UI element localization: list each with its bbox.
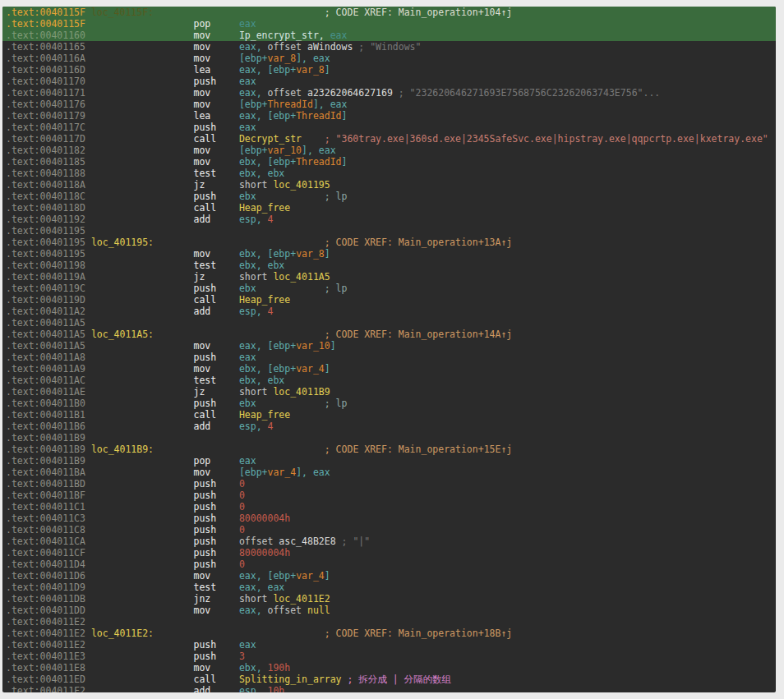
address: .text:0040116A — [6, 53, 193, 64]
asm-line[interactable]: .text:0040118C push ebx ; lp — [6, 191, 776, 202]
address: .text:0040115F — [6, 7, 85, 18]
address: .text:0040119C — [6, 283, 193, 294]
register-operand: ] — [325, 363, 330, 375]
address: .text:004011DD — [6, 605, 193, 616]
asm-line[interactable]: .text:004011A8 push eax — [6, 352, 776, 363]
asm-line[interactable]: .text:00401165 mov eax, offset aWindows … — [6, 41, 776, 53]
asm-line[interactable]: .text:00401176 mov [ebp+ThreadId], eax — [6, 99, 776, 110]
asm-line[interactable]: .text:004011DD mov eax, offset null — [6, 605, 776, 616]
disassembly-view[interactable]: .text:0040115F loc_40115F: ; CODE XREF: … — [2, 7, 776, 692]
address: .text:004011A2 — [6, 306, 193, 317]
asm-line[interactable]: .text:004011BD push 0 — [6, 478, 776, 490]
asm-line[interactable]: .text:00401160 mov Ip_encrypt_str, eax — [2, 30, 776, 41]
symbol-name: Decrypt_str — [239, 133, 302, 145]
asm-line[interactable]: .text:00401185 mov ebx, [ebp+ThreadId] — [6, 156, 776, 168]
asm-line[interactable]: .text:004011ED call Splitting_in_array ;… — [6, 674, 776, 685]
asm-line[interactable]: .text:004011E2 push eax — [6, 639, 776, 651]
symbol-name: Heap_free — [239, 202, 290, 214]
asm-line[interactable]: .text:004011A9 mov ebx, [ebp+var_4] — [6, 363, 776, 375]
mnemonic: push — [193, 536, 238, 547]
asm-line[interactable]: .text:0040115F loc_40115F: ; CODE XREF: … — [2, 7, 776, 18]
asm-line[interactable]: .text:0040116A mov [ebp+var_8], eax — [6, 53, 776, 64]
asm-line[interactable]: .text:004011B9 pop eax — [6, 455, 776, 467]
asm-line[interactable]: .text:0040117D call Decrypt_str ; "360tr… — [6, 133, 776, 145]
asm-line[interactable]: .text:004011BA mov [ebp+var_4], eax — [6, 467, 776, 478]
xref-comment: ; CODE XREF: Main_operation+104↑j — [325, 7, 512, 18]
register-operand: esp, — [239, 214, 268, 225]
data-name-operand: asc_48B2E8 — [279, 536, 335, 547]
register-operand: ], eax — [313, 99, 348, 110]
asm-line[interactable]: .text:0040117C push eax — [6, 122, 776, 133]
asm-line[interactable]: .text:00401171 mov eax, offset a23262064… — [6, 87, 776, 99]
spacer — [85, 329, 91, 340]
asm-line[interactable]: .text:0040118D call Heap_free — [6, 202, 776, 214]
asm-line[interactable]: .text:004011E2 — [6, 616, 776, 628]
address: .text:004011C3 — [6, 513, 193, 524]
asm-line[interactable]: .text:00401195 mov ebx, [ebp+var_8] — [6, 248, 776, 260]
address: .text:00401198 — [6, 260, 193, 271]
asm-line[interactable]: .text:004011F2 add esp, 10h — [6, 685, 776, 692]
asm-line[interactable]: .text:0040119C push ebx ; lp — [6, 283, 776, 294]
asm-line[interactable]: .text:004011C3 push 80000004h — [6, 513, 776, 524]
asm-line[interactable]: .text:004011D4 push 0 — [6, 559, 776, 570]
asm-line[interactable]: .text:004011BF push 0 — [6, 490, 776, 501]
register-operand: eax, — [239, 41, 268, 53]
asm-line[interactable]: .text:00401188 test ebx, ebx — [6, 168, 776, 179]
mnemonic: push — [193, 478, 238, 490]
address: .text:00401176 — [6, 99, 193, 110]
asm-line[interactable]: .text:004011A5 — [6, 317, 776, 329]
asm-line[interactable]: .text:0040115F pop eax — [2, 18, 776, 30]
mnemonic: push — [193, 352, 238, 363]
asm-line[interactable]: .text:004011E3 push 3 — [6, 651, 776, 662]
register-operand: eax — [239, 455, 256, 467]
asm-line[interactable]: .text:004011B1 call Heap_free — [6, 409, 776, 421]
asm-line[interactable]: .text:00401195 — [6, 225, 776, 237]
spacer — [336, 536, 342, 547]
asm-line[interactable]: .text:00401170 push eax — [6, 76, 776, 87]
mnemonic: push — [193, 547, 238, 559]
asm-line[interactable]: .text:00401179 lea eax, [ebp+ThreadId] — [6, 110, 776, 122]
asm-line[interactable]: .text:00401192 add esp, 4 — [6, 214, 776, 225]
asm-line[interactable]: .text:004011D6 mov eax, [ebp+var_4] — [6, 570, 776, 582]
asm-line[interactable]: .text:004011AC test ebx, ebx — [6, 375, 776, 386]
xref-comment: ; CODE XREF: Main_operation+18B↑j — [325, 628, 512, 639]
mnemonic: call — [193, 409, 238, 421]
asm-line[interactable]: .text:004011A2 add esp, 4 — [6, 306, 776, 317]
asm-line[interactable]: .text:0040116D lea eax, [ebp+var_8] — [6, 64, 776, 76]
asm-line[interactable]: .text:004011B9 — [6, 432, 776, 444]
asm-line[interactable]: .text:004011C1 push 0 — [6, 501, 776, 513]
asm-line[interactable]: .text:004011E8 mov ebx, 190h — [6, 662, 776, 674]
mnemonic: push — [193, 559, 238, 570]
xref-comment: ; CODE XREF: Main_operation+14A↑j — [325, 329, 512, 340]
mnemonic: push — [193, 524, 238, 536]
address: .text:004011E2 — [6, 628, 85, 639]
address: .text:004011E2 — [6, 639, 193, 651]
asm-line[interactable]: .text:004011A5 loc_4011A5: ; CODE XREF: … — [6, 329, 776, 340]
mnemonic: push — [193, 651, 238, 662]
register-operand: eax — [239, 122, 256, 133]
asm-line[interactable]: .text:004011CA push offset asc_48B2E8 ; … — [6, 536, 776, 547]
asm-line[interactable]: .text:004011B0 push ebx ; lp — [6, 398, 776, 409]
address: .text:004011BA — [6, 467, 193, 478]
mnemonic: test — [193, 375, 238, 386]
mnemonic: jnz — [193, 593, 238, 605]
asm-line[interactable]: .text:0040118A jz short loc_401195 — [6, 179, 776, 191]
asm-line[interactable]: .text:004011CF push 80000004h — [6, 547, 776, 559]
asm-line[interactable]: .text:004011B9 loc_4011B9: ; CODE XREF: … — [6, 444, 776, 455]
disassembly-listing[interactable]: .text:0040115F loc_40115F: ; CODE XREF: … — [2, 7, 776, 692]
asm-line[interactable]: .text:0040119D call Heap_free — [6, 294, 776, 306]
mnemonic: mov — [193, 87, 238, 99]
mnemonic: test — [193, 260, 238, 271]
asm-line[interactable]: .text:004011B6 add esp, 4 — [6, 421, 776, 432]
asm-line[interactable]: .text:004011E2 loc_4011E2: ; CODE XREF: … — [6, 628, 776, 639]
asm-line[interactable]: .text:004011DB jnz short loc_4011E2 — [6, 593, 776, 605]
asm-line[interactable]: .text:004011A5 mov eax, [ebp+var_10] — [6, 340, 776, 352]
address: .text:004011D6 — [6, 570, 193, 582]
asm-line[interactable]: .text:004011D9 test eax, eax — [6, 582, 776, 593]
asm-line[interactable]: .text:004011AE jz short loc_4011B9 — [6, 386, 776, 398]
asm-line[interactable]: .text:00401182 mov [ebp+var_10], eax — [6, 145, 776, 156]
asm-line[interactable]: .text:004011C8 push 0 — [6, 524, 776, 536]
asm-line[interactable]: .text:00401195 loc_401195: ; CODE XREF: … — [6, 237, 776, 248]
asm-line[interactable]: .text:0040119A jz short loc_4011A5 — [6, 271, 776, 283]
asm-line[interactable]: .text:00401198 test ebx, ebx — [6, 260, 776, 271]
